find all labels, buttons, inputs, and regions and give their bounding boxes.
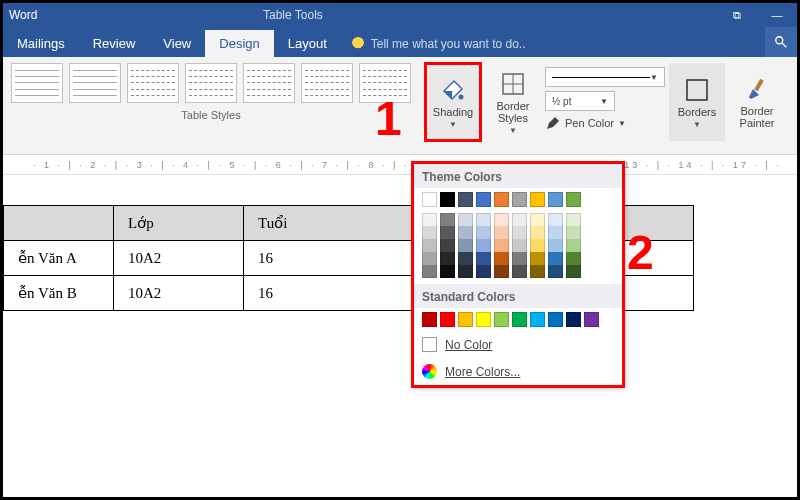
color-swatch[interactable] xyxy=(512,226,527,239)
search-icon[interactable] xyxy=(765,27,797,57)
tab-view[interactable]: View xyxy=(149,30,205,57)
color-swatch[interactable] xyxy=(458,312,473,327)
color-swatch[interactable] xyxy=(440,252,455,265)
color-swatch[interactable] xyxy=(530,239,545,252)
color-swatch[interactable] xyxy=(548,252,563,265)
color-swatch[interactable] xyxy=(494,312,509,327)
color-swatch[interactable] xyxy=(440,312,455,327)
table-style-thumb[interactable] xyxy=(185,63,237,103)
document-area[interactable]: Lớp Tuổi ễn Văn A 10A2 16 Quận Thủ Đức ễ… xyxy=(3,175,797,311)
color-swatch[interactable] xyxy=(530,265,545,278)
color-swatch[interactable] xyxy=(458,192,473,207)
color-swatch[interactable] xyxy=(494,226,509,239)
window-restore-icon[interactable]: ⧉ xyxy=(717,3,757,27)
color-swatch[interactable] xyxy=(476,252,491,265)
color-swatch[interactable] xyxy=(548,239,563,252)
more-colors-item[interactable]: More Colors... xyxy=(414,358,622,385)
border-styles-label: Border Styles xyxy=(496,100,529,124)
color-swatch[interactable] xyxy=(512,239,527,252)
color-swatch[interactable] xyxy=(512,312,527,327)
window-minimize-icon[interactable]: — xyxy=(757,3,797,27)
color-swatch[interactable] xyxy=(440,213,455,226)
color-swatch[interactable] xyxy=(476,265,491,278)
color-swatch[interactable] xyxy=(548,312,563,327)
color-swatch[interactable] xyxy=(476,226,491,239)
color-swatch[interactable] xyxy=(422,252,437,265)
color-swatch[interactable] xyxy=(530,312,545,327)
color-swatch[interactable] xyxy=(440,192,455,207)
color-swatch[interactable] xyxy=(458,252,473,265)
color-swatch[interactable] xyxy=(422,312,437,327)
color-swatch[interactable] xyxy=(476,213,491,226)
color-swatch[interactable] xyxy=(458,265,473,278)
shading-button[interactable]: Shading ▼ xyxy=(425,63,481,141)
color-swatch[interactable] xyxy=(422,239,437,252)
color-swatch[interactable] xyxy=(566,226,581,239)
tab-mailings[interactable]: Mailings xyxy=(3,30,79,57)
color-swatch[interactable] xyxy=(566,265,581,278)
color-swatch[interactable] xyxy=(512,265,527,278)
table-style-thumb[interactable] xyxy=(69,63,121,103)
tab-layout[interactable]: Layout xyxy=(274,30,341,57)
tab-review[interactable]: Review xyxy=(79,30,150,57)
color-swatch[interactable] xyxy=(494,213,509,226)
pen-weight-dropdown[interactable]: ½ pt▼ xyxy=(545,91,615,111)
color-swatch[interactable] xyxy=(422,265,437,278)
color-swatch[interactable] xyxy=(422,226,437,239)
color-swatch[interactable] xyxy=(566,239,581,252)
table-style-thumb[interactable] xyxy=(127,63,179,103)
color-swatch[interactable] xyxy=(494,192,509,207)
table-cell[interactable]: 10A2 xyxy=(114,241,244,276)
color-swatch[interactable] xyxy=(440,239,455,252)
color-swatch[interactable] xyxy=(422,213,437,226)
border-styles-button[interactable]: Border Styles ▼ xyxy=(485,63,541,141)
color-swatch[interactable] xyxy=(458,239,473,252)
table-cell[interactable]: 10A2 xyxy=(114,276,244,311)
color-swatch[interactable] xyxy=(494,252,509,265)
color-swatch[interactable] xyxy=(512,213,527,226)
color-swatch[interactable] xyxy=(530,252,545,265)
color-swatch[interactable] xyxy=(494,265,509,278)
borders-button[interactable]: Borders ▼ xyxy=(669,63,725,141)
theme-shades-grid xyxy=(414,211,622,284)
color-swatch[interactable] xyxy=(566,192,581,207)
table-style-thumb[interactable] xyxy=(11,63,63,103)
table-style-thumb[interactable] xyxy=(243,63,295,103)
color-swatch[interactable] xyxy=(512,252,527,265)
color-swatch[interactable] xyxy=(530,213,545,226)
color-swatch[interactable] xyxy=(584,312,599,327)
color-swatch[interactable] xyxy=(440,226,455,239)
no-color-item[interactable]: No Color xyxy=(414,331,622,358)
border-painter-button[interactable]: Border Painter xyxy=(729,63,785,141)
table-cell[interactable]: ễn Văn A xyxy=(4,241,114,276)
color-swatch[interactable] xyxy=(530,226,545,239)
color-swatch[interactable] xyxy=(440,265,455,278)
color-swatch[interactable] xyxy=(548,192,563,207)
ruler[interactable]: · 1 · | · 2 · | · 3 · | · 4 · | · 5 · | … xyxy=(3,155,797,175)
standard-colors-title: Standard Colors xyxy=(414,284,622,308)
table-header-cell[interactable] xyxy=(4,206,114,241)
table-cell[interactable]: ễn Văn B xyxy=(4,276,114,311)
tell-me-search[interactable]: Tell me what you want to do.. xyxy=(341,31,536,57)
table-header-cell[interactable]: Lớp xyxy=(114,206,244,241)
pen-color-button[interactable]: Pen Color▼ xyxy=(545,115,665,131)
theme-color-row xyxy=(414,188,622,211)
color-swatch[interactable] xyxy=(566,213,581,226)
color-swatch[interactable] xyxy=(476,312,491,327)
color-swatch[interactable] xyxy=(476,192,491,207)
color-swatch[interactable] xyxy=(494,239,509,252)
color-swatch[interactable] xyxy=(476,239,491,252)
color-swatch[interactable] xyxy=(458,213,473,226)
color-swatch[interactable] xyxy=(422,192,437,207)
color-swatch[interactable] xyxy=(548,226,563,239)
color-swatch[interactable] xyxy=(548,213,563,226)
color-swatch[interactable] xyxy=(566,252,581,265)
color-swatch[interactable] xyxy=(566,312,581,327)
table-style-thumb[interactable] xyxy=(301,63,353,103)
pen-line-style[interactable]: ▼ xyxy=(545,67,665,87)
tab-design[interactable]: Design xyxy=(205,30,273,57)
color-swatch[interactable] xyxy=(512,192,527,207)
color-swatch[interactable] xyxy=(458,226,473,239)
color-swatch[interactable] xyxy=(530,192,545,207)
color-swatch[interactable] xyxy=(548,265,563,278)
